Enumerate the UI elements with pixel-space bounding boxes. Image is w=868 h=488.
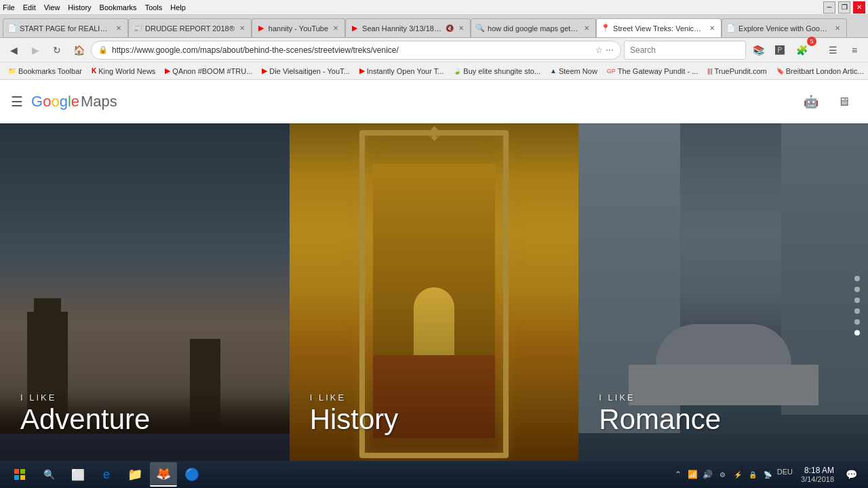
tab-4[interactable]: ▶ Sean Hannity 3/13/18 - Ha... 🔇 ✕ — [345, 18, 471, 37]
die-vielsaitigen-label: Die Vielsaitigen - YouT... — [269, 67, 349, 75]
tab-bar: 📄 START PAGE for REALITY BASED C\ ✕ 📰 DR… — [0, 15, 868, 38]
desktop-icon[interactable]: 🖥 — [830, 88, 857, 115]
back-button[interactable]: ◀ — [4, 41, 23, 60]
taskbar-explorer[interactable]: 📁 — [121, 462, 149, 487]
reading-list-icon[interactable]: 📚 — [749, 41, 768, 60]
history-panel[interactable]: I LIKE History — [290, 123, 579, 488]
king-world-news-favicon: K — [92, 67, 96, 75]
bookmark-breitbart[interactable]: 🔖 Breitbart London Artic... — [774, 66, 867, 77]
restore-button[interactable]: ❐ — [838, 1, 850, 14]
window-controls[interactable]: ─ ❐ ✕ — [823, 1, 865, 14]
more-options-icon[interactable]: ⋯ — [606, 45, 614, 55]
menu-file[interactable]: File — [3, 3, 15, 12]
sidebar-icon[interactable]: ☰ — [823, 41, 842, 60]
tab-4-title: Sean Hannity 3/13/18 - Ha... — [362, 24, 443, 33]
close-button[interactable]: ✕ — [853, 1, 865, 14]
tab-6-close[interactable]: ✕ — [707, 24, 717, 33]
tab-3-close[interactable]: ✕ — [331, 24, 340, 33]
dot-6[interactable] — [854, 330, 860, 336]
main-content: I LIKE Adventure I LIKE History I LIKE R… — [0, 123, 868, 488]
tray-volume-icon[interactable]: 🔊 — [701, 468, 715, 481]
dot-5[interactable] — [854, 319, 860, 325]
bookmark-gateway-pundit[interactable]: GP The Gateway Pundit - ... — [604, 66, 701, 77]
tray-misc-3[interactable]: 🔒 — [746, 468, 760, 481]
reload-button[interactable]: ↻ — [47, 41, 66, 60]
romance-panel[interactable]: I LIKE Romance — [578, 123, 868, 488]
tab-1[interactable]: 📄 START PAGE for REALITY BASED C\ ✕ — [3, 18, 128, 37]
google-maps-logo[interactable]: Google Maps — [31, 93, 117, 110]
qanon-label: QAnon #BOOM #TRU... — [172, 67, 252, 75]
tab-5-title: how did google maps get stre... — [488, 24, 579, 33]
dot-1[interactable] — [854, 276, 860, 281]
taskbar-search-area[interactable]: 🔍 — [38, 469, 60, 480]
menu-help[interactable]: Help — [170, 3, 186, 12]
notification-center-button[interactable]: 💬 — [841, 462, 861, 487]
tab-4-close[interactable]: ✕ — [456, 24, 466, 33]
adventure-panel[interactable]: I LIKE Adventure — [0, 123, 290, 488]
tray-network-icon[interactable]: 📶 — [686, 468, 700, 481]
tray-misc-2[interactable]: ⚡ — [731, 468, 745, 481]
romance-i-like: I LIKE — [599, 392, 721, 403]
windows-start-button[interactable] — [3, 462, 37, 487]
logo-o1: o — [43, 93, 51, 110]
tray-misc-4[interactable]: 📡 — [761, 468, 774, 481]
svg-rect-3 — [20, 475, 25, 480]
adventure-category: Adventure — [20, 405, 150, 434]
search-input[interactable] — [624, 41, 746, 60]
tab-1-close[interactable]: ✕ — [114, 24, 123, 33]
system-tray: ⌃ 📶 🔊 ⚙ ⚡ 🔒 📡 DEU 8:18 AM 3/14/2018 💬 — [667, 462, 865, 487]
clock-date: 3/14/2018 — [801, 475, 834, 483]
menu-history[interactable]: History — [68, 3, 91, 12]
bookmark-king-world-news[interactable]: K King World News — [89, 66, 158, 77]
bookmark-truepundit[interactable]: ||| TruePundit.com — [705, 66, 769, 77]
svg-rect-0 — [14, 469, 19, 474]
instantly-open-favicon: ▶ — [359, 66, 365, 75]
tab-5-close[interactable]: ✕ — [582, 24, 591, 33]
tab-2[interactable]: 📰 DRUDGE REPORT 2018® ✕ — [128, 18, 252, 37]
taskbar-edge[interactable]: e — [93, 462, 120, 487]
tab-7[interactable]: 📄 Explore Venice with Google Ma... ✕ — [722, 18, 847, 37]
pocket-icon[interactable]: 🅿 — [770, 41, 789, 60]
bookmark-die-vielsaitigen[interactable]: ▶ Die Vielsaitigen - YouT... — [259, 65, 352, 77]
home-button[interactable]: 🏠 — [69, 41, 88, 60]
bookmark-steem-now[interactable]: ▲ Steem Now — [547, 66, 600, 77]
forward-button[interactable]: ▶ — [26, 41, 45, 60]
dot-3[interactable] — [854, 298, 860, 303]
menu-view[interactable]: View — [44, 3, 60, 12]
tab-4-mute-icon[interactable]: 🔇 — [446, 24, 454, 32]
url-text[interactable]: https://www.google.com/maps/about/behind… — [112, 45, 591, 55]
menu-icon[interactable]: ≡ — [845, 41, 864, 60]
bookmark-qanon[interactable]: ▶ QAnon #BOOM #TRU... — [162, 65, 255, 77]
menu-bar[interactable]: File Edit View History Bookmarks Tools H… — [3, 3, 186, 12]
dot-2[interactable] — [854, 287, 860, 292]
minimize-button[interactable]: ─ — [823, 1, 835, 14]
tray-misc-1[interactable]: ⚙ — [716, 468, 730, 481]
task-view-icon: ⬜ — [71, 468, 85, 481]
bookmark-star-icon[interactable]: ☆ — [595, 45, 603, 55]
tab-2-close[interactable]: ✕ — [237, 24, 247, 33]
apple-icon[interactable] — [765, 88, 792, 115]
navigation-bar: ◀ ▶ ↻ 🏠 🔒 https://www.google.com/maps/ab… — [0, 38, 868, 62]
taskbar-task-view[interactable]: ⬜ — [64, 462, 92, 487]
menu-bookmarks[interactable]: Bookmarks — [100, 3, 137, 12]
tab-7-close[interactable]: ✕ — [833, 24, 842, 33]
bookmark-shungite[interactable]: 🍃 Buy elite shungite sto... — [450, 66, 543, 77]
tab-6[interactable]: 📍 Street View Treks: Venice – Ab... ✕ — [596, 18, 722, 37]
hamburger-menu-icon[interactable]: ☰ — [11, 94, 23, 110]
romance-category: Romance — [599, 405, 721, 434]
system-clock[interactable]: 8:18 AM 3/14/2018 — [797, 466, 838, 483]
taskbar-firefox[interactable]: 🦊 — [150, 462, 177, 487]
menu-edit[interactable]: Edit — [23, 3, 36, 12]
bookmarks-toolbar[interactable]: 📁 Bookmarks Toolbar — [5, 66, 85, 77]
taskbar-app4[interactable]: 🔵 — [178, 462, 205, 487]
clock-time: 8:18 AM — [801, 466, 834, 475]
tab-5[interactable]: 🔍 how did google maps get stre... ✕ — [471, 18, 596, 37]
android-icon[interactable]: 🤖 — [797, 88, 825, 115]
tab-3[interactable]: ▶ hannity - YouTube ✕ — [252, 18, 345, 37]
menu-tools[interactable]: Tools — [145, 3, 163, 12]
address-bar[interactable]: 🔒 https://www.google.com/maps/about/behi… — [91, 41, 621, 60]
dot-4[interactable] — [854, 308, 860, 314]
bookmark-instantly-open[interactable]: ▶ Instantly Open Your T... — [357, 65, 447, 77]
adventure-i-like: I LIKE — [20, 392, 150, 403]
tray-up-arrow-icon[interactable]: ⌃ — [671, 468, 685, 481]
